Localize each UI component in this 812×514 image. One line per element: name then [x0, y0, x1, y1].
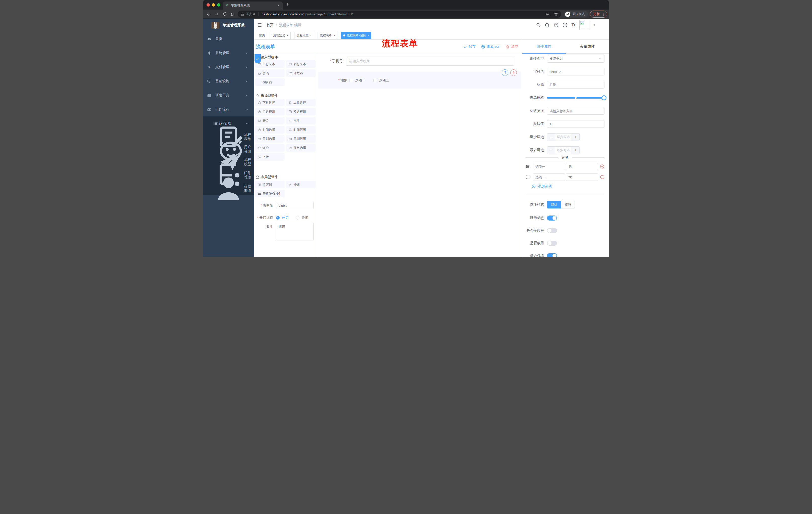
- new-tab-button[interactable]: +: [286, 1, 289, 7]
- title-input[interactable]: [547, 81, 605, 88]
- close-tag-icon[interactable]: ×: [287, 34, 288, 37]
- remove-option-button[interactable]: [600, 174, 605, 180]
- close-tab-icon[interactable]: ×: [277, 3, 280, 7]
- tab-form-props[interactable]: 表单属性: [566, 40, 609, 53]
- github-icon[interactable]: [545, 23, 550, 28]
- drag-handle-icon[interactable]: [525, 175, 530, 179]
- max-select-value[interactable]: 最多可选: [555, 146, 572, 154]
- required-toggle[interactable]: [547, 253, 557, 257]
- browser-update-button[interactable]: 更新 ⋮: [590, 10, 607, 18]
- component-tile-date-picker[interactable]: 日期选择: [255, 135, 285, 142]
- sidebar-item-system[interactable]: 系统管理: [203, 46, 254, 60]
- clear-button[interactable]: 清空: [506, 45, 518, 49]
- component-tile-table[interactable]: 表格[开发中]: [255, 190, 285, 197]
- form-grid-slider[interactable]: [547, 97, 605, 99]
- option1-value-input[interactable]: [566, 163, 598, 170]
- component-tile-color-picker[interactable]: 颜色选择: [286, 144, 316, 152]
- component-tile-editor[interactable]: 编辑器: [255, 78, 285, 86]
- increase-button[interactable]: +: [572, 146, 579, 154]
- option2-value-input[interactable]: [566, 173, 598, 181]
- style-button-button[interactable]: 按钮: [561, 201, 575, 209]
- form-remark-textarea[interactable]: 嘿嘿: [276, 223, 314, 240]
- address-bar[interactable]: 不安全 dashboard.yudao.iocoder.cn/bpm/manag…: [238, 10, 561, 18]
- tag-process-definition[interactable]: 流程定义×: [271, 32, 291, 39]
- font-size-icon[interactable]: Tt: [571, 23, 575, 28]
- component-type-select[interactable]: 多选框组: [547, 55, 605, 63]
- label-width-input[interactable]: [547, 107, 605, 115]
- style-default-button[interactable]: 默认: [547, 201, 561, 209]
- save-button[interactable]: 保存: [463, 45, 475, 49]
- status-on-label[interactable]: 开启: [282, 216, 288, 220]
- bookmark-star-icon[interactable]: [554, 12, 558, 16]
- component-tile-time-range[interactable]: 时间范围: [286, 126, 316, 134]
- status-off-radio[interactable]: [296, 216, 299, 219]
- component-tile-date-range[interactable]: 日期范围: [286, 135, 316, 142]
- gender-option1-label[interactable]: 选项一: [355, 78, 366, 83]
- copy-component-button[interactable]: [502, 70, 508, 76]
- collapse-sidebar-icon[interactable]: [257, 23, 262, 27]
- component-tile-select[interactable]: 下拉选择: [255, 99, 285, 106]
- reload-icon[interactable]: [223, 12, 227, 16]
- phone-input[interactable]: [346, 57, 514, 65]
- form-name-input[interactable]: [276, 202, 314, 209]
- sidebar-item-payment[interactable]: ¥ 支付管理: [203, 60, 254, 74]
- status-on-radio[interactable]: [276, 216, 280, 219]
- sidebar-item-home[interactable]: 首页: [203, 32, 254, 46]
- tag-process-form[interactable]: 流程表单×: [318, 32, 338, 39]
- decrease-button[interactable]: −: [547, 146, 555, 154]
- option1-label-input[interactable]: [533, 163, 565, 170]
- tag-home[interactable]: 首页: [257, 32, 267, 39]
- sidebar-logo[interactable]: 芋道管理系统: [203, 19, 254, 32]
- back-icon[interactable]: [206, 12, 211, 16]
- sidebar-item-workflow[interactable]: 工作流程: [203, 102, 254, 116]
- minimize-window-button[interactable]: [212, 3, 215, 6]
- component-tile-row-container[interactable]: 行容器: [255, 181, 285, 188]
- component-tile-radio-group[interactable]: 单选框组: [255, 108, 285, 115]
- close-tag-icon[interactable]: ×: [367, 34, 369, 37]
- tab-component-props[interactable]: 组件属性: [522, 40, 566, 53]
- component-tile-cascader[interactable]: 级联选择: [286, 99, 316, 106]
- browser-menu-kebab-icon[interactable]: ⋮: [602, 12, 605, 16]
- sidebar-item-devtools[interactable]: 研发工具: [203, 88, 254, 102]
- close-window-button[interactable]: [206, 3, 210, 6]
- component-tile-checkbox-group[interactable]: 多选框组: [286, 108, 316, 115]
- border-toggle[interactable]: [547, 228, 557, 233]
- component-tile-multi-text[interactable]: 多行文本: [286, 60, 316, 68]
- option2-label-input[interactable]: [533, 173, 565, 181]
- password-key-icon[interactable]: [546, 12, 549, 16]
- increase-button[interactable]: +: [572, 134, 579, 141]
- gender-option2-checkbox[interactable]: [373, 79, 377, 82]
- min-select-value[interactable]: 至少应选: [555, 134, 572, 141]
- phone-field-row[interactable]: *手机号: [317, 57, 522, 65]
- help-icon[interactable]: ?: [554, 23, 558, 27]
- selected-component-gender[interactable]: *性别 选项一 选项二: [318, 72, 521, 88]
- avatar-caret-icon[interactable]: ▾: [593, 23, 595, 27]
- close-tag-icon[interactable]: ×: [310, 34, 312, 37]
- close-tag-icon[interactable]: ×: [334, 34, 335, 37]
- gender-option2-label[interactable]: 选项二: [379, 78, 389, 83]
- browser-tab[interactable]: 芋道管理系统 ×: [223, 1, 283, 9]
- component-tile-button[interactable]: 按钮: [286, 181, 316, 188]
- add-option-button[interactable]: 添加选项: [532, 184, 605, 189]
- zoom-window-button[interactable]: [217, 3, 220, 6]
- sidebar-item-infrastructure[interactable]: 基础设施: [203, 74, 254, 88]
- json-drawer-badge[interactable]: [255, 54, 261, 63]
- field-name-input[interactable]: [547, 68, 605, 76]
- remove-option-button[interactable]: [600, 164, 605, 169]
- breadcrumb-home[interactable]: 首页: [266, 23, 273, 27]
- component-tile-switch[interactable]: 开关: [255, 117, 285, 125]
- fullscreen-icon[interactable]: [562, 23, 567, 27]
- search-icon[interactable]: [536, 23, 541, 27]
- slider-handle[interactable]: [602, 95, 607, 100]
- forward-icon[interactable]: [214, 12, 219, 16]
- view-json-button[interactable]: 查看json: [481, 45, 500, 49]
- component-tile-password[interactable]: 密码: [255, 70, 285, 77]
- decrease-button[interactable]: −: [547, 134, 555, 141]
- show-label-toggle[interactable]: [547, 216, 557, 220]
- tag-process-form-edit[interactable]: 流程表单-编辑×: [341, 32, 371, 39]
- status-off-label[interactable]: 关闭: [301, 216, 308, 220]
- delete-component-button[interactable]: [510, 70, 517, 76]
- default-value-input[interactable]: [547, 120, 605, 128]
- component-tile-time-picker[interactable]: 时间选择: [255, 126, 285, 134]
- home-icon[interactable]: [230, 12, 234, 16]
